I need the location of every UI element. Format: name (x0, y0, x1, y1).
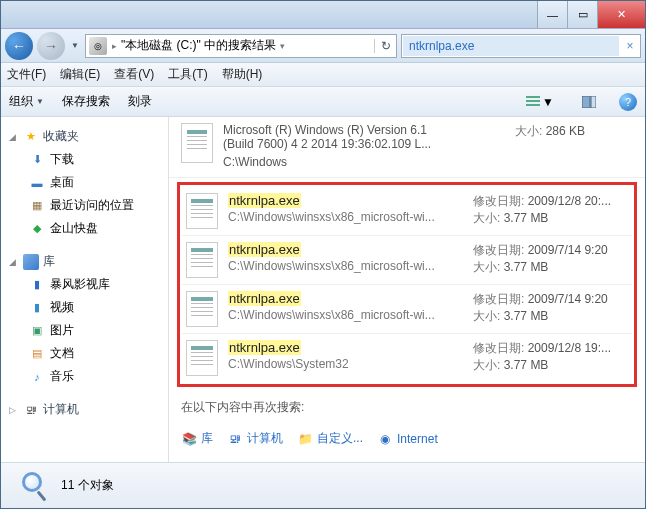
date-label: 修改日期: (473, 243, 524, 257)
search-custom[interactable]: 📁自定义... (297, 430, 363, 447)
search-internet[interactable]: ◉Internet (377, 431, 438, 447)
menu-edit[interactable]: 编辑(E) (60, 66, 100, 83)
size-value: 3.77 MB (504, 211, 549, 225)
clear-search-button[interactable]: × (620, 39, 640, 53)
cloud-icon: ◆ (29, 221, 45, 237)
recent-icon: ▦ (29, 198, 45, 214)
sidebar-favorites-header[interactable]: ◢ ★ 收藏夹 (5, 125, 164, 148)
save-search-button[interactable]: 保存搜索 (62, 93, 110, 110)
menu-view[interactable]: 查看(V) (114, 66, 154, 83)
svg-rect-0 (526, 96, 540, 98)
link-label: 计算机 (247, 430, 283, 447)
menu-help[interactable]: 帮助(H) (222, 66, 263, 83)
document-icon: ▤ (29, 346, 45, 362)
view-mode-button[interactable]: ▼ (521, 92, 559, 112)
sidebar-item-recent[interactable]: ▦最近访问的位置 (5, 194, 164, 217)
size-value: 286 KB (546, 124, 585, 138)
menu-tools[interactable]: 工具(T) (168, 66, 207, 83)
sidebar-item-label: 最近访问的位置 (50, 197, 134, 214)
file-icon (186, 242, 218, 278)
sidebar-item-jinshan[interactable]: ◆金山快盘 (5, 217, 164, 240)
sidebar-item-label: 金山快盘 (50, 220, 98, 237)
desktop-icon: ▬ (29, 175, 45, 191)
sidebar-item-video[interactable]: ▮视频 (5, 296, 164, 319)
favorites-label: 收藏夹 (43, 128, 79, 145)
search-result-item[interactable]: ntkrnlpa.exeC:\Windows\winsxs\x86_micros… (182, 187, 632, 235)
top-result-item[interactable]: Microsoft (R) Windows (R) Version 6.1 (B… (169, 117, 645, 178)
result-path: C:\Windows\System32 (228, 357, 463, 371)
sidebar-computer-header[interactable]: ▷ 🖳 计算机 (5, 398, 164, 421)
svg-rect-3 (582, 96, 590, 108)
search-input[interactable] (403, 36, 619, 56)
sidebar-item-documents[interactable]: ▤文档 (5, 342, 164, 365)
size-label: 大小: (473, 358, 500, 372)
computer-icon: 🖳 (227, 431, 243, 447)
sidebar-item-baofeng[interactable]: ▮暴风影视库 (5, 273, 164, 296)
picture-icon: ▣ (29, 323, 45, 339)
search-in-computer[interactable]: 🖳计算机 (227, 430, 283, 447)
svg-rect-1 (526, 100, 540, 102)
download-icon: ⬇ (29, 152, 45, 168)
sidebar-libraries-header[interactable]: ◢ 库 (5, 250, 164, 273)
svg-rect-4 (591, 96, 596, 108)
pane-icon (582, 96, 596, 108)
save-search-label: 保存搜索 (62, 93, 110, 110)
music-icon: ♪ (29, 369, 45, 385)
burn-button[interactable]: 刻录 (128, 93, 152, 110)
result-description: (Build 7600) 4 2 2014 19:36:02.109 L... (223, 137, 505, 151)
minimize-button[interactable]: — (537, 1, 567, 28)
back-button[interactable]: ← (5, 32, 33, 60)
result-filename: ntkrnlpa.exe (228, 340, 301, 355)
sidebar-item-label: 暴风影视库 (50, 276, 110, 293)
link-label: 自定义... (317, 430, 363, 447)
maximize-button[interactable]: ▭ (567, 1, 597, 28)
menu-file[interactable]: 文件(F) (7, 66, 46, 83)
address-dropdown-icon[interactable]: ▾ (278, 41, 287, 51)
menu-bar: 文件(F) 编辑(E) 查看(V) 工具(T) 帮助(H) (1, 63, 645, 87)
library-icon (23, 254, 39, 270)
explorer-window: — ▭ ✕ ← → ▼ ◎ ▸ "本地磁盘 (C:)" 中的搜索结果 ▾ ↻ ×… (0, 0, 646, 509)
address-bar[interactable]: ◎ ▸ "本地磁盘 (C:)" 中的搜索结果 ▾ ↻ (85, 34, 397, 58)
expand-icon: ▷ (9, 405, 19, 415)
sidebar-item-music[interactable]: ♪音乐 (5, 365, 164, 388)
search-in-libraries[interactable]: 📚库 (181, 430, 213, 447)
nav-history-dropdown[interactable]: ▼ (69, 41, 81, 50)
sidebar-item-downloads[interactable]: ⬇下载 (5, 148, 164, 171)
sidebar-item-desktop[interactable]: ▬桌面 (5, 171, 164, 194)
sidebar-item-label: 音乐 (50, 368, 74, 385)
forward-button[interactable]: → (37, 32, 65, 60)
chevron-down-icon: ▼ (36, 97, 44, 106)
close-button[interactable]: ✕ (597, 1, 645, 28)
date-value: 2009/12/8 19:... (528, 341, 611, 355)
drive-icon: ◎ (89, 37, 107, 55)
sidebar-item-pictures[interactable]: ▣图片 (5, 319, 164, 342)
search-result-item[interactable]: ntkrnlpa.exeC:\Windows\winsxs\x86_micros… (182, 235, 632, 284)
chevron-right-icon: ▸ (110, 41, 119, 51)
search-result-item[interactable]: ntkrnlpa.exeC:\Windows\System32 修改日期: 20… (182, 333, 632, 382)
address-text: "本地磁盘 (C:)" 中的搜索结果 (119, 37, 278, 54)
sidebar-item-label: 下载 (50, 151, 74, 168)
content-area: ◢ ★ 收藏夹 ⬇下载 ▬桌面 ▦最近访问的位置 ◆金山快盘 ◢ 库 ▮暴风影视… (1, 117, 645, 462)
link-label: 库 (201, 430, 213, 447)
chrome-icon: ◉ (377, 431, 393, 447)
size-label: 大小: (473, 260, 500, 274)
organize-button[interactable]: 组织 ▼ (9, 93, 44, 110)
film-icon: ▮ (29, 277, 45, 293)
date-value: 2009/7/14 9:20 (528, 243, 608, 257)
search-box[interactable]: × (401, 34, 641, 58)
video-icon: ▮ (29, 300, 45, 316)
search-again-links: 📚库 🖳计算机 📁自定义... ◉Internet (169, 424, 645, 447)
magnifier-icon (17, 470, 49, 502)
help-button[interactable]: ? (619, 93, 637, 111)
link-label: Internet (397, 432, 438, 446)
item-count: 11 个对象 (61, 477, 114, 494)
preview-pane-button[interactable] (577, 93, 601, 111)
search-result-item[interactable]: ntkrnlpa.exeC:\Windows\winsxs\x86_micros… (182, 284, 632, 333)
collapse-icon: ◢ (9, 132, 19, 142)
library-icon: 📚 (181, 431, 197, 447)
refresh-button[interactable]: ↻ (374, 39, 396, 53)
sidebar-item-label: 图片 (50, 322, 74, 339)
command-bar: 组织 ▼ 保存搜索 刻录 ▼ ? (1, 87, 645, 117)
folder-icon: 📁 (297, 431, 313, 447)
computer-label: 计算机 (43, 401, 79, 418)
